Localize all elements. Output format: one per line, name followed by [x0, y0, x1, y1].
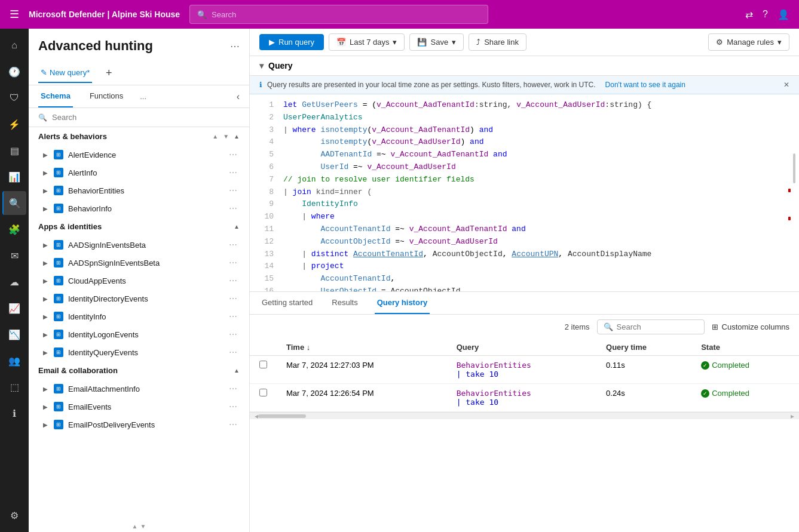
sidebar-item-reports[interactable]: 📊: [2, 165, 26, 189]
apps-collapse-icon[interactable]: ▲: [234, 223, 240, 230]
scroll-up-btn[interactable]: ▲: [132, 523, 138, 530]
schema-search-icon: 🔍: [38, 113, 47, 122]
history-search-input[interactable]: [617, 322, 698, 331]
schema-item-emailpostdelivery[interactable]: ▶ ⊞ EmailPostDeliveryEvents ⋯: [29, 416, 249, 433]
schema-item-behaviorinfo[interactable]: ▶ ⊞ BehaviorInfo ⋯: [29, 199, 249, 217]
item-menu-icon[interactable]: ⋯: [226, 346, 240, 358]
sidebar-item-settings[interactable]: ⚙: [2, 503, 26, 527]
sidebar-item-analytics[interactable]: 📈: [2, 296, 26, 320]
schema-item-identityquery[interactable]: ▶ ⊞ IdentityQueryEvents ⋯: [29, 343, 249, 361]
sidebar-item-actions[interactable]: ▤: [2, 139, 26, 162]
item-menu-icon[interactable]: ⋯: [226, 293, 240, 305]
manage-rules-button[interactable]: ⚙ Manage rules ▾: [708, 33, 789, 51]
col-time[interactable]: Time ↓: [277, 339, 447, 356]
sidebar-item-hunting[interactable]: 🔍: [2, 191, 26, 215]
code-editor[interactable]: 1 let GetUserPeers = (v_Account_AadTenan…: [250, 94, 799, 291]
row-checkbox[interactable]: [250, 384, 277, 412]
tab-getting-started[interactable]: Getting started: [259, 292, 315, 314]
history-search-box[interactable]: 🔍: [597, 319, 705, 334]
item-menu-icon[interactable]: ⋯: [226, 383, 240, 395]
item-menu-icon[interactable]: ⋯: [226, 149, 240, 161]
scroll-down-btn[interactable]: ▼: [140, 523, 146, 530]
sidebar-item-users[interactable]: 👥: [2, 349, 26, 373]
sidebar-item-info[interactable]: ℹ: [2, 401, 26, 425]
alerts-collapse-icon[interactable]: ▲: [234, 133, 240, 140]
item-menu-icon[interactable]: ⋯: [226, 239, 240, 251]
hamburger-icon[interactable]: ☰: [10, 8, 19, 21]
schema-item-alertevidence[interactable]: ▶ ⊞ AlertEvidence ⋯: [29, 146, 249, 164]
row-checkbox[interactable]: [250, 356, 277, 384]
scrollbar-thumb[interactable]: [258, 414, 306, 418]
sidebar-item-partner[interactable]: 🧩: [2, 217, 26, 241]
item-menu-icon[interactable]: ⋯: [226, 419, 240, 430]
schema-search-input[interactable]: [52, 113, 240, 122]
tab-results[interactable]: Results: [329, 292, 360, 314]
run-query-button[interactable]: ▶ Run query: [259, 34, 324, 50]
schema-item-identitydir[interactable]: ▶ ⊞ IdentityDirectoryEvents ⋯: [29, 290, 249, 307]
item-menu-icon[interactable]: ⋯: [226, 328, 240, 340]
sidebar-item-apps[interactable]: ⬚: [2, 375, 26, 399]
share-button[interactable]: ⤴ Share link: [469, 33, 526, 51]
row-query-time: 0.11s: [596, 356, 691, 384]
expand-icon: ▶: [43, 170, 48, 176]
save-button[interactable]: 💾 Save ▾: [409, 33, 464, 51]
info-close-icon[interactable]: ✕: [783, 81, 789, 89]
schema-item-aadsignin[interactable]: ▶ ⊞ AADSignInEventsBeta ⋯: [29, 236, 249, 254]
timerange-button[interactable]: 📅 Last 7 days ▾: [329, 33, 405, 51]
item-menu-icon[interactable]: ⋯: [226, 184, 240, 196]
sidebar-item-recent[interactable]: 🕐: [2, 60, 26, 84]
schema-more-icon[interactable]: ...: [140, 92, 146, 101]
new-query-tab[interactable]: ✎ New query*: [38, 63, 92, 83]
section-email-collab: Email & collaboration ▲ ▶ ⊞ EmailAttachm…: [29, 361, 249, 433]
row-state: ✓ Completed: [691, 384, 799, 412]
horizontal-scrollbar[interactable]: ◂ ▸: [250, 412, 799, 419]
page-more-icon[interactable]: ⋯: [230, 41, 240, 52]
customize-columns-button[interactable]: ⊞ Customize columns: [712, 322, 789, 331]
section-email-header[interactable]: Email & collaboration ▲: [29, 361, 249, 380]
sidebar-item-home[interactable]: ⌂: [2, 33, 26, 57]
schema-item-cloudapp[interactable]: ▶ ⊞ CloudAppEvents ⋯: [29, 272, 249, 290]
tab-query-history[interactable]: Query history: [375, 292, 430, 314]
tab-functions[interactable]: Functions: [87, 85, 125, 107]
section-alerts-header[interactable]: Alerts & behaviors ▲ ▼ ▲: [29, 127, 249, 146]
alerts-scroll-down[interactable]: ▼: [223, 133, 229, 140]
collapse-sidebar-button[interactable]: ‹: [237, 91, 240, 102]
schema-item-emailevents[interactable]: ▶ ⊞ EmailEvents ⋯: [29, 398, 249, 416]
section-apps-header[interactable]: Apps & identities ▲: [29, 217, 249, 236]
scroll-right-arrow[interactable]: ▸: [791, 412, 794, 420]
sidebar-item-mail[interactable]: ✉: [2, 244, 26, 267]
item-menu-icon[interactable]: ⋯: [226, 167, 240, 179]
email-collapse-icon[interactable]: ▲: [234, 367, 240, 374]
item-menu-icon[interactable]: ⋯: [226, 202, 240, 214]
code-line-14: 14 | project: [250, 260, 799, 273]
section-alerts-behaviors: Alerts & behaviors ▲ ▼ ▲ ▶ ⊞ AlertEviden…: [29, 127, 249, 217]
sidebar-item-cloud[interactable]: ☁: [2, 270, 26, 294]
expand-icon: ▶: [43, 386, 48, 392]
item-menu-icon[interactable]: ⋯: [226, 275, 240, 287]
schema-item-aadspn[interactable]: ▶ ⊞ AADSpnSignInEventsBeta ⋯: [29, 254, 249, 272]
global-search-input[interactable]: [212, 10, 480, 19]
schema-item-emailattachment[interactable]: ▶ ⊞ EmailAttachmentInfo ⋯: [29, 380, 249, 398]
schema-item-behaviorentities[interactable]: ▶ ⊞ BehaviorEntities ⋯: [29, 182, 249, 199]
schema-item-alertinfo[interactable]: ▶ ⊞ AlertInfo ⋯: [29, 164, 249, 182]
sidebar-item-incidents[interactable]: ⚡: [2, 112, 26, 136]
schema-item-identityinfo[interactable]: ▶ ⊞ IdentityInfo ⋯: [29, 307, 249, 325]
share-icon[interactable]: ⇄: [745, 9, 753, 20]
alerts-scroll-up[interactable]: ▲: [212, 133, 218, 140]
global-search-box[interactable]: 🔍: [189, 5, 488, 24]
item-menu-icon[interactable]: ⋯: [226, 401, 240, 413]
help-icon[interactable]: ?: [763, 9, 768, 20]
schema-item-identitylogon[interactable]: ▶ ⊞ IdentityLogonEvents ⋯: [29, 325, 249, 343]
sidebar-item-alerts[interactable]: 🛡: [2, 86, 26, 110]
sidebar-item-graph[interactable]: 📉: [2, 322, 26, 346]
item-menu-icon[interactable]: ⋯: [226, 257, 240, 269]
customize-icon: ⊞: [712, 322, 718, 331]
tab-schema[interactable]: Schema: [38, 85, 73, 107]
item-menu-icon[interactable]: ⋯: [226, 310, 240, 322]
info-action-link[interactable]: Don't want to see it again: [605, 81, 685, 89]
code-line-9: 9 IdentityInfo: [250, 198, 799, 211]
editor-scrollbar[interactable]: [793, 153, 795, 183]
query-collapse-chevron[interactable]: ▾: [259, 61, 264, 70]
user-icon[interactable]: 👤: [777, 9, 789, 20]
add-query-button[interactable]: +: [97, 61, 121, 85]
